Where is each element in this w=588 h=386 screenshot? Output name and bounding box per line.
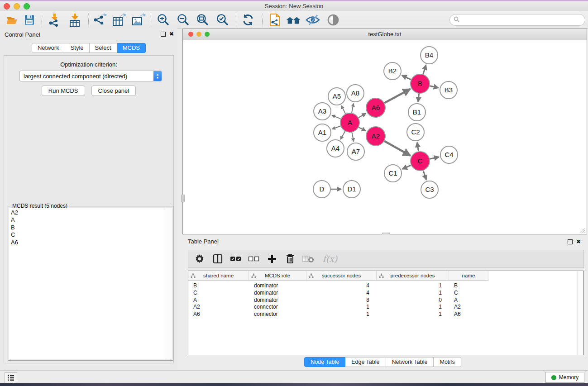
export-table-icon[interactable] [111,13,127,27]
criterion-dropdown[interactable]: largest connected component (directed) ▲… [19,71,162,81]
node-A8[interactable]: A8 [347,85,364,102]
node-A5[interactable]: A5 [328,88,345,105]
node-D1[interactable]: D1 [343,181,360,198]
cell-predecessor-nodes[interactable]: 1 [377,310,449,318]
run-mcds-button[interactable]: Run MCDS [42,86,85,96]
zoom-selected-icon[interactable] [215,13,230,27]
cell-name[interactable]: A6 [449,310,488,318]
result-scrollbar[interactable] [166,208,172,359]
edge-A-A8[interactable] [352,104,354,113]
cell-successor-nodes[interactable]: 8 [306,296,377,304]
cell-successor-nodes[interactable]: 1 [306,310,377,318]
cell-name[interactable]: A [449,296,488,304]
close-panel-button[interactable]: Close panel [91,86,136,96]
refresh-icon[interactable] [240,13,256,27]
table-scrollbar[interactable] [577,271,583,355]
cell-name[interactable]: C [449,289,488,296]
cell-mcds-role[interactable]: dominator [249,296,306,304]
cell-shared-name[interactable]: A [188,296,249,304]
result-item[interactable]: A6 [11,239,166,246]
tab-motifs[interactable]: Motifs [434,357,461,367]
edge-C-C2[interactable] [417,143,419,152]
network-maximize-button[interactable] [205,32,210,37]
cell-name[interactable]: A2 [449,303,488,310]
edge-A-A4[interactable] [340,131,345,139]
node-table[interactable]: shared nameMCDS rolesuccessor nodesprede… [188,271,584,355]
edge-A-A3[interactable] [332,115,340,119]
node-B2[interactable]: B2 [384,62,401,80]
column-header-shared-name[interactable]: shared name [188,271,249,281]
node-B1[interactable]: B1 [408,104,425,121]
network-close-button[interactable] [188,32,193,37]
memory-button[interactable]: Memory [545,372,584,383]
cell-shared-name[interactable]: C [188,289,249,296]
hide-selected-eye-icon[interactable] [305,13,320,27]
cell-shared-name[interactable]: B [188,282,249,289]
node-C2[interactable]: C2 [407,124,424,141]
deselect-all-icon[interactable] [248,253,260,265]
cell-predecessor-nodes[interactable]: 1 [377,282,449,289]
node-C4[interactable]: C4 [440,146,458,163]
close-panel-icon[interactable]: ✖ [576,239,581,244]
edge-B-B3[interactable] [430,86,438,88]
table-row[interactable]: Cdominator41C [188,289,488,296]
float-panel-icon[interactable] [161,32,166,37]
task-history-button[interactable] [5,372,17,383]
cell-successor-nodes[interactable]: 1 [306,303,377,310]
cell-mcds-role[interactable]: connector [249,303,306,310]
maximize-window-button[interactable] [24,3,30,10]
cell-predecessor-nodes[interactable]: 1 [377,289,449,296]
result-item[interactable]: C [11,231,166,238]
mcds-result-list[interactable]: A2ABCA6 [9,208,166,359]
minimize-window-button[interactable] [14,3,20,10]
show-columns-icon[interactable] [212,253,224,265]
delete-table-icon[interactable] [302,253,314,265]
network-titlebar[interactable]: testGlobe.txt [183,29,587,40]
tab-select[interactable]: Select [90,43,117,53]
tab-network-table[interactable]: Network Table [386,357,434,367]
table-settings-gear-icon[interactable] [194,253,206,265]
tab-mcds[interactable]: MCDS [117,43,146,53]
search-input[interactable] [461,16,585,24]
cell-predecessor-nodes[interactable]: 1 [377,303,449,310]
tab-style[interactable]: Style [65,43,90,53]
column-header-successor-nodes[interactable]: successor nodes [306,271,377,281]
network-minimize-button[interactable] [196,32,201,37]
save-session-icon[interactable] [22,13,37,27]
export-image-icon[interactable] [131,13,146,27]
node-B3[interactable]: B3 [440,81,457,99]
node-B4[interactable]: B4 [421,47,438,64]
import-table-icon[interactable] [67,13,82,27]
network-canvas[interactable]: B4B2BB3A5A8A6A3B1AC2A1A2A4A7C4CC1C3DD1 [183,40,587,234]
edge-A-A1[interactable] [332,126,341,129]
column-header-name[interactable]: name [449,271,488,281]
import-network-icon[interactable] [47,13,62,27]
node-A1[interactable]: A1 [314,124,331,141]
show-all-eye-icon[interactable] [325,13,341,27]
column-header-mcds-role[interactable]: MCDS role [249,271,306,281]
node-C1[interactable]: C1 [384,165,402,182]
edge-C-C4[interactable] [430,157,439,159]
first-neighbors-icon[interactable] [286,13,301,27]
new-network-from-file-icon[interactable] [267,13,282,27]
node-A3[interactable]: A3 [314,103,331,120]
cell-mcds-role[interactable]: dominator [249,282,306,289]
cell-successor-nodes[interactable]: 4 [306,289,377,296]
result-item[interactable]: B [11,224,166,231]
add-column-icon[interactable] [266,253,278,265]
tab-node-table[interactable]: Node Table [304,357,345,367]
result-item[interactable]: A [11,216,166,224]
edge-B-B4[interactable] [423,65,426,74]
edge-A-A6[interactable] [359,114,366,118]
table-row[interactable]: A6connector11A6 [188,310,488,318]
node-A7[interactable]: A7 [347,143,364,160]
search-field[interactable] [449,14,585,26]
splitter-handle[interactable] [181,195,185,202]
node-A2[interactable]: A2 [366,127,385,146]
cell-predecessor-nodes[interactable]: 0 [377,296,449,304]
export-network-icon[interactable] [92,13,107,27]
edge-A-A2[interactable] [359,127,365,131]
window-resize-grip[interactable] [580,227,586,233]
edge-A2-C[interactable] [384,141,410,156]
zoom-fit-icon[interactable] [195,13,210,27]
